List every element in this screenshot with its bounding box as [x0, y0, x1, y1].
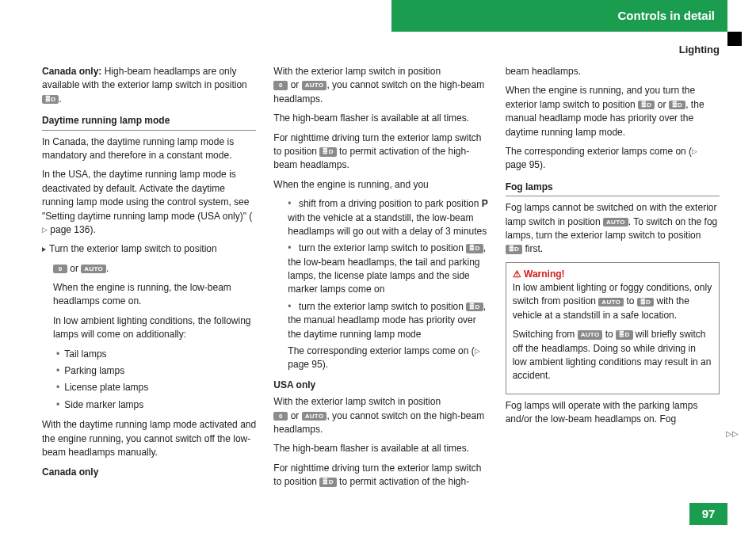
- continue-arrow-icon: ▷▷: [726, 428, 739, 440]
- warning-text: Switching from AUTO to ≣D will briefly s…: [513, 328, 712, 383]
- lowbeam-icon: ≣D: [638, 101, 655, 110]
- auto-icon: AUTO: [603, 218, 628, 227]
- auto-icon: AUTO: [302, 412, 327, 421]
- step: Turn the exterior lamp switch to positio…: [42, 242, 256, 256]
- subsection-title: Lighting: [679, 43, 720, 58]
- warning-text: In low ambient lighting or foggy conditi…: [513, 281, 712, 322]
- list-item: Side marker lamps: [56, 398, 256, 412]
- list-item: turn the exterior lamp switch to positio…: [288, 242, 487, 297]
- lowbeam-icon: ≣D: [319, 478, 336, 487]
- para: With the exterior lamp switch in positio…: [273, 395, 487, 436]
- para: In the USA, the daytime running lamp mod…: [42, 168, 256, 237]
- para: With the exterior lamp switch in positio…: [273, 65, 487, 106]
- lowbeam-icon: ≣D: [42, 95, 59, 105]
- condition-list: shift from a driving position to park po…: [273, 197, 487, 372]
- body-columns: Canada only: High-beam headlamps are onl…: [42, 65, 720, 497]
- lowbeam-icon: ≣D: [466, 303, 483, 312]
- para: When the engine is running, and you: [273, 178, 487, 192]
- lowbeam-icon: ≣D: [616, 330, 632, 340]
- lowbeam-icon: ≣D: [506, 245, 522, 254]
- page-ref-icon: ▷: [692, 147, 697, 157]
- page-ref-icon: ▷: [42, 225, 48, 235]
- list-item: Tail lamps: [56, 348, 256, 361]
- para: Fog lamps will operate with the parking …: [506, 399, 720, 427]
- para: For nighttime driving turn the exterior …: [273, 131, 487, 173]
- warning-box: Warning! In low ambient lighting or fogg…: [506, 262, 720, 394]
- para: The corresponding exterior lamps come on…: [506, 145, 720, 173]
- label-bold: Canada only:: [42, 66, 101, 77]
- heading-daytime: Daytime running lamp mode: [42, 114, 256, 130]
- step-cont: 0 or AUTO.: [42, 262, 256, 276]
- heading-fog: Fog lamps: [506, 181, 720, 196]
- zero-icon: 0: [273, 81, 288, 90]
- page-ref-icon: ▷: [475, 346, 480, 356]
- chapter-tab: [727, 32, 742, 46]
- para: The corresponding exterior lamps come on…: [288, 345, 487, 372]
- lowbeam-icon: ≣D: [319, 147, 336, 157]
- heading-canada-only: Canada only: [42, 466, 256, 479]
- warning-title: Warning!: [513, 268, 712, 281]
- section-header: Controls in detail: [391, 0, 727, 32]
- para: The high-beam flasher is available at al…: [273, 112, 487, 125]
- auto-icon: AUTO: [578, 330, 603, 340]
- auto-icon: AUTO: [81, 265, 106, 274]
- para: When the engine is running, and you turn…: [506, 84, 720, 139]
- list-item: Parking lamps: [56, 364, 256, 378]
- lowbeam-icon: ≣D: [466, 244, 483, 253]
- heading-usa-only: USA only: [273, 379, 487, 392]
- lowbeam-icon: ≣D: [669, 101, 685, 110]
- lamp-list: Tail lamps Parking lamps License plate l…: [42, 348, 256, 413]
- step-cont: In low ambient lighting conditions, the …: [42, 314, 256, 342]
- para: Fog lamps cannot be switched on with the…: [506, 201, 720, 257]
- list-item: License plate lamps: [56, 381, 256, 394]
- lowbeam-icon: ≣D: [637, 298, 654, 307]
- para: The high-beam flasher is available at al…: [273, 442, 487, 455]
- auto-icon: AUTO: [598, 298, 624, 307]
- list-item: shift from a driving position to park po…: [288, 197, 487, 238]
- para: With the daytime running lamp mode activ…: [42, 418, 256, 459]
- step-cont: When the engine is running, the low-beam…: [42, 281, 256, 309]
- auto-icon: AUTO: [302, 81, 327, 90]
- para: Canada only: High-beam headlamps are onl…: [42, 65, 256, 106]
- step-bullet-icon: [42, 247, 46, 252]
- section-title: Controls in detail: [617, 7, 715, 25]
- para: In Canada, the daytime running lamp mode…: [42, 135, 256, 163]
- zero-icon: 0: [53, 265, 67, 274]
- list-item: turn the exterior lamp switch to positio…: [288, 300, 487, 372]
- page-number: 97: [689, 503, 727, 525]
- zero-icon: 0: [273, 412, 288, 421]
